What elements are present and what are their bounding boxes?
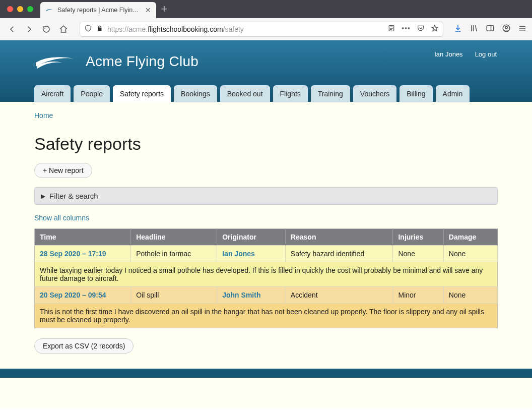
reload-button[interactable] xyxy=(39,22,53,36)
filter-search-label: Filter & search xyxy=(49,192,98,200)
sidebar-icon[interactable] xyxy=(486,24,495,35)
new-report-button[interactable]: + New report xyxy=(34,163,92,178)
headline-cell: Pothole in tarmac xyxy=(131,246,217,262)
originator-link-text[interactable]: Ian Jones xyxy=(222,250,255,258)
damage-cell: None xyxy=(443,287,497,304)
footer-strip xyxy=(0,369,532,378)
page-actions-icon[interactable]: ••• xyxy=(402,24,411,34)
injuries-cell: None xyxy=(393,246,443,262)
safety-reports-table: TimeHeadlineOriginatorReasonInjuriesDama… xyxy=(34,228,498,328)
new-tab-button[interactable]: + xyxy=(156,0,172,18)
originator-link-text[interactable]: John Smith xyxy=(222,291,260,299)
url-text: https://acme.flightschoolbooking.com/saf… xyxy=(107,25,383,33)
minimize-window-dot[interactable] xyxy=(17,6,23,12)
address-bar[interactable]: https://acme.flightschoolbooking.com/saf… xyxy=(80,22,443,37)
bookmark-star-icon[interactable] xyxy=(431,24,439,34)
column-header-headline[interactable]: Headline xyxy=(131,229,217,246)
browser-tab-active[interactable]: Safety reports | Acme Flying Cl… ✕ xyxy=(40,2,156,18)
current-user-link[interactable]: Ian Jones xyxy=(434,50,462,58)
page-body: Home Safety reports + New report ▶ Filte… xyxy=(0,102,532,408)
originator-link[interactable]: John Smith xyxy=(217,287,286,304)
tab-title: Safety reports | Acme Flying Cl… xyxy=(57,7,141,14)
reader-mode-icon[interactable] xyxy=(387,24,395,34)
description-cell: This is not the first time I have discov… xyxy=(35,304,498,328)
nav-tab-training[interactable]: Training xyxy=(311,85,350,102)
breadcrumb: Home xyxy=(34,111,498,120)
tab-favicon-icon xyxy=(45,6,53,14)
export-csv-button[interactable]: Export as CSV (2 records) xyxy=(34,338,134,354)
column-header-time[interactable]: Time xyxy=(35,229,131,246)
site-header: Acme Flying Club Ian Jones Log out Aircr… xyxy=(0,40,532,102)
primary-nav: AircraftPeopleSafety reportsBookingsBook… xyxy=(29,85,503,102)
time-link[interactable]: 20 Sep 2020 – 09:54 xyxy=(35,287,131,304)
time-link-text[interactable]: 28 Sep 2020 – 17:19 xyxy=(40,250,106,258)
fullscreen-window-dot[interactable] xyxy=(27,6,33,12)
nav-tab-aircraft[interactable]: Aircraft xyxy=(34,85,71,102)
originator-link[interactable]: Ian Jones xyxy=(217,246,286,262)
browser-toolbar: https://acme.flightschoolbooking.com/saf… xyxy=(0,18,532,40)
table-row-description: This is not the first time I have discov… xyxy=(35,304,498,328)
filter-search-toggle[interactable]: ▶ Filter & search xyxy=(34,187,498,205)
damage-cell: None xyxy=(443,246,497,262)
browser-tabbar: Safety reports | Acme Flying Cl… ✕ + xyxy=(0,0,532,18)
nav-tab-billing[interactable]: Billing xyxy=(400,85,432,102)
show-all-columns-link[interactable]: Show all columns xyxy=(34,214,89,222)
svg-point-3 xyxy=(505,26,508,29)
page-title: Safety reports xyxy=(34,134,498,154)
table-row: 28 Sep 2020 – 17:19Pothole in tarmacIan … xyxy=(35,246,498,262)
expand-triangle-icon: ▶ xyxy=(41,193,45,200)
pocket-icon[interactable] xyxy=(417,24,425,34)
window-traffic-lights xyxy=(2,0,40,18)
injuries-cell: Minor xyxy=(393,287,443,304)
headline-cell: Oil spill xyxy=(131,287,217,304)
time-link-text[interactable]: 20 Sep 2020 – 09:54 xyxy=(40,291,106,299)
nav-tab-booked-out[interactable]: Booked out xyxy=(220,85,270,102)
close-tab-icon[interactable]: ✕ xyxy=(145,6,151,14)
back-button[interactable] xyxy=(5,22,19,36)
lock-icon[interactable] xyxy=(96,25,103,33)
forward-button[interactable] xyxy=(22,22,36,36)
nav-tab-people[interactable]: People xyxy=(74,85,110,102)
home-button[interactable] xyxy=(56,22,71,36)
reason-cell: Accident xyxy=(285,287,393,304)
nav-tab-bookings[interactable]: Bookings xyxy=(174,85,217,102)
close-window-dot[interactable] xyxy=(7,6,13,12)
nav-tab-admin[interactable]: Admin xyxy=(436,85,470,102)
club-logo-icon xyxy=(34,53,75,70)
account-icon[interactable] xyxy=(502,24,511,35)
column-header-injuries[interactable]: Injuries xyxy=(393,229,443,246)
menu-icon[interactable] xyxy=(518,24,527,35)
column-header-originator[interactable]: Originator xyxy=(217,229,286,246)
reason-cell: Safety hazard identified xyxy=(285,246,393,262)
logout-link[interactable]: Log out xyxy=(475,50,497,58)
column-header-damage[interactable]: Damage xyxy=(443,229,497,246)
table-row: 20 Sep 2020 – 09:54Oil spillJohn SmithAc… xyxy=(35,287,498,304)
club-name: Acme Flying Club xyxy=(86,53,198,70)
table-row-description: While taxying earlier today I noticed a … xyxy=(35,262,498,287)
nav-tab-safety-reports[interactable]: Safety reports xyxy=(113,85,171,102)
svg-rect-1 xyxy=(487,25,494,31)
library-icon[interactable] xyxy=(470,24,479,35)
downloads-icon[interactable] xyxy=(453,24,462,35)
nav-tab-flights[interactable]: Flights xyxy=(273,85,308,102)
breadcrumb-home-link[interactable]: Home xyxy=(34,111,53,120)
column-header-reason[interactable]: Reason xyxy=(285,229,393,246)
description-cell: While taxying earlier today I noticed a … xyxy=(35,262,498,287)
shield-icon[interactable] xyxy=(84,24,92,34)
time-link[interactable]: 28 Sep 2020 – 17:19 xyxy=(35,246,131,262)
nav-tab-vouchers[interactable]: Vouchers xyxy=(353,85,396,102)
